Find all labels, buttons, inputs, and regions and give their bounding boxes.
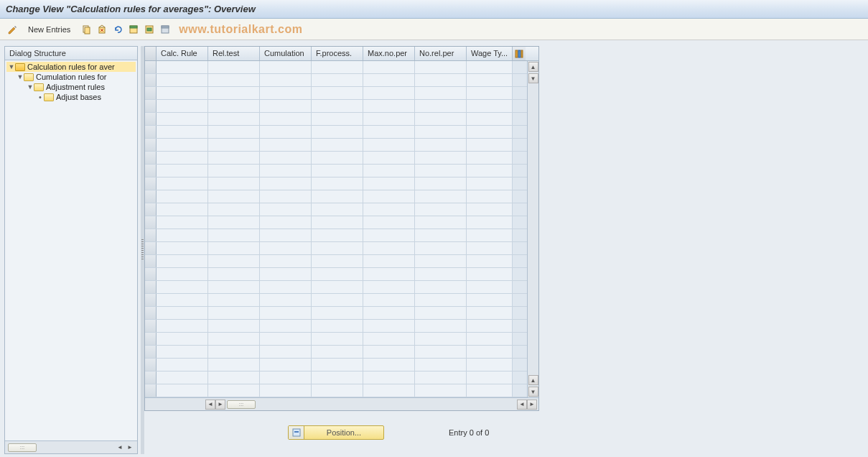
table-cell[interactable] xyxy=(363,255,415,267)
table-cell[interactable] xyxy=(363,229,415,241)
table-cell[interactable] xyxy=(467,268,513,280)
table-cell[interactable] xyxy=(467,216,513,228)
table-row[interactable] xyxy=(145,165,527,177)
table-cell[interactable] xyxy=(363,216,415,228)
table-cell[interactable] xyxy=(260,281,312,293)
scroll-up-icon[interactable]: ▲ xyxy=(528,375,538,385)
table-cell[interactable] xyxy=(260,190,312,203)
col-no-rel-per[interactable]: No.rel.per xyxy=(415,47,467,60)
table-cell[interactable] xyxy=(467,87,513,99)
table-cell[interactable] xyxy=(260,307,312,319)
caret-down-icon[interactable]: ▼ xyxy=(27,83,34,91)
table-cell[interactable] xyxy=(415,268,467,280)
row-selector[interactable] xyxy=(145,320,157,332)
row-selector[interactable] xyxy=(145,333,157,345)
table-cell[interactable] xyxy=(415,139,467,151)
table-cell[interactable] xyxy=(467,152,513,164)
table-cell[interactable] xyxy=(415,346,467,358)
table-cell[interactable] xyxy=(312,255,363,267)
table-cell[interactable] xyxy=(467,359,513,371)
table-cell[interactable] xyxy=(312,190,363,203)
table-row[interactable] xyxy=(145,177,527,190)
row-selector[interactable] xyxy=(145,126,157,138)
table-cell[interactable] xyxy=(467,177,513,190)
table-cell[interactable] xyxy=(312,359,363,371)
table-cell[interactable] xyxy=(208,320,260,332)
table-row[interactable] xyxy=(145,61,527,74)
table-cell[interactable] xyxy=(312,242,363,254)
table-cell[interactable] xyxy=(208,87,260,99)
table-row[interactable] xyxy=(145,255,527,268)
table-cell[interactable] xyxy=(312,87,363,99)
table-cell[interactable] xyxy=(415,359,467,371)
table-cell[interactable] xyxy=(208,307,260,319)
table-cell[interactable] xyxy=(467,74,513,86)
table-row[interactable] xyxy=(145,333,527,346)
table-cell[interactable] xyxy=(415,255,467,267)
row-selector[interactable] xyxy=(145,74,157,86)
copy-as-icon[interactable] xyxy=(80,23,93,36)
scroll-right-icon[interactable]: ► xyxy=(126,443,134,452)
row-selector[interactable] xyxy=(145,152,157,164)
table-cell[interactable] xyxy=(260,203,312,216)
table-cell[interactable] xyxy=(312,177,363,190)
row-selector[interactable] xyxy=(145,268,157,280)
table-cell[interactable] xyxy=(415,61,467,73)
table-cell[interactable] xyxy=(363,152,415,164)
table-cell[interactable] xyxy=(415,177,467,190)
table-cell[interactable] xyxy=(157,359,208,371)
row-selector[interactable] xyxy=(145,203,157,216)
scroll-down-icon[interactable]: ▼ xyxy=(528,73,538,83)
table-cell[interactable] xyxy=(157,203,208,216)
table-cell[interactable] xyxy=(415,216,467,228)
tree-item-adjustment-rules[interactable]: ▼ Adjustment rules xyxy=(6,82,136,92)
row-selector[interactable] xyxy=(145,61,157,73)
table-cell[interactable] xyxy=(208,371,260,384)
table-cell[interactable] xyxy=(208,165,260,177)
delete-icon[interactable] xyxy=(95,23,108,36)
table-cell[interactable] xyxy=(467,255,513,267)
table-cell[interactable] xyxy=(467,346,513,358)
table-cell[interactable] xyxy=(312,139,363,151)
table-cell[interactable] xyxy=(312,268,363,280)
row-selector[interactable] xyxy=(145,87,157,99)
table-cell[interactable] xyxy=(208,139,260,151)
row-selector[interactable] xyxy=(145,346,157,358)
table-cell[interactable] xyxy=(467,100,513,112)
table-cell[interactable] xyxy=(363,359,415,371)
table-cell[interactable] xyxy=(312,216,363,228)
table-cell[interactable] xyxy=(415,203,467,216)
table-cell[interactable] xyxy=(157,190,208,203)
table-cell[interactable] xyxy=(363,242,415,254)
table-cell[interactable] xyxy=(415,281,467,293)
table-cell[interactable] xyxy=(157,152,208,164)
table-cell[interactable] xyxy=(260,384,312,397)
table-cell[interactable] xyxy=(208,268,260,280)
new-entries-button[interactable]: New Entries xyxy=(22,23,77,36)
table-cell[interactable] xyxy=(157,384,208,397)
table-cell[interactable] xyxy=(260,74,312,86)
table-cell[interactable] xyxy=(208,100,260,112)
table-cell[interactable] xyxy=(363,177,415,190)
table-cell[interactable] xyxy=(312,126,363,138)
position-button[interactable]: Position... xyxy=(288,425,384,440)
table-row[interactable] xyxy=(145,242,527,255)
row-selector[interactable] xyxy=(145,242,157,254)
table-cell[interactable] xyxy=(260,139,312,151)
table-cell[interactable] xyxy=(312,307,363,319)
table-cell[interactable] xyxy=(467,294,513,306)
row-selector[interactable] xyxy=(145,100,157,112)
table-cell[interactable] xyxy=(157,268,208,280)
table-cell[interactable] xyxy=(312,152,363,164)
table-cell[interactable] xyxy=(467,61,513,73)
table-cell[interactable] xyxy=(208,152,260,164)
table-row[interactable] xyxy=(145,216,527,229)
tree-item-calculation-rules[interactable]: ▼ Calculation rules for aver xyxy=(6,62,136,72)
table-cell[interactable] xyxy=(208,74,260,86)
table-cell[interactable] xyxy=(208,384,260,397)
table-cell[interactable] xyxy=(157,216,208,228)
table-cell[interactable] xyxy=(208,359,260,371)
scroll-left-icon[interactable]: ◄ xyxy=(517,400,527,410)
table-cell[interactable] xyxy=(260,100,312,112)
table-cell[interactable] xyxy=(415,307,467,319)
